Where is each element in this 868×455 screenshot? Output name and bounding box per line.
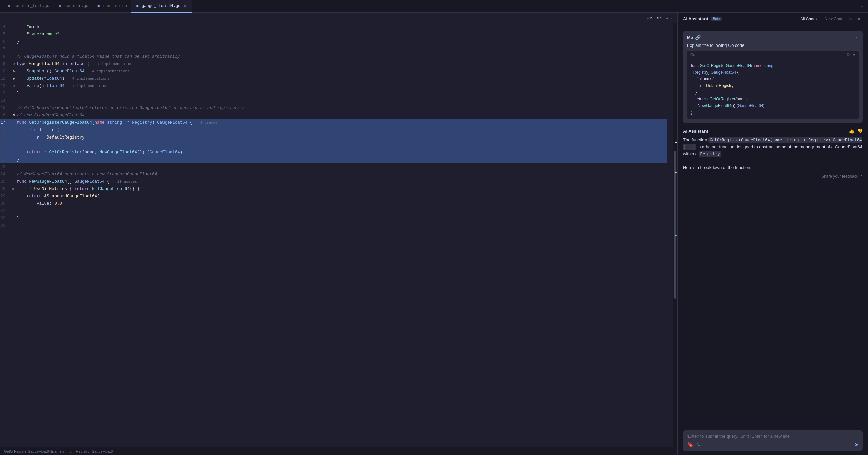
line-content: value: 0.0, (17, 200, 667, 207)
table-row: 22 } (0, 156, 667, 163)
chat-area: Me 🔗 ⋯ Explain the following Go code: Go… (678, 25, 868, 426)
copy-icon[interactable]: ⧉ (847, 52, 850, 57)
warning-bar: ⚠ 5 ⚑ 4 ∧ ∨ (0, 13, 677, 23)
line-number: 32 (0, 215, 11, 222)
line-number: 6 (0, 38, 11, 46)
line-number: 18 (0, 126, 11, 134)
go-file-icon: ◉ (96, 4, 101, 8)
code-content: 4 "math" 5 "sync/atomic" 6 } (0, 23, 677, 447)
table-row: 26 ▶ if UseNilMetrics { return NilGaugeF… (0, 185, 667, 193)
table-row: 11 ⊙ Update(float64) 4 implementations (0, 75, 667, 82)
line-content: "math" (17, 23, 667, 31)
fold-icon[interactable]: ▶ (11, 185, 17, 193)
line-number: 13 (0, 90, 11, 97)
table-row: 25 func NewGaugeFloat64() GaugeFloat64 {… (0, 178, 667, 185)
main-area: ⚠ 5 ⚑ 4 ∧ ∨ 4 "math" (0, 13, 868, 455)
scroll-thumb[interactable] (674, 151, 676, 299)
line-content: Update(float64) 4 implementations (17, 75, 667, 82)
tab-label: runtime.go (103, 4, 127, 8)
line-content: r = DefaultRegistry (17, 134, 667, 141)
input-placeholder: 'Enter' to submit the query, 'Shift+Ente… (687, 433, 859, 438)
go-file-icon: ◉ (135, 4, 140, 8)
code-block-content: func GetOrRegisterGaugeFloat64(name stri… (687, 59, 859, 119)
table-row: 15 // GetOrRegisterGaugeFloat64 returns … (0, 104, 667, 112)
table-row: 33 (0, 222, 667, 230)
line-content: return r.GetOrRegister(name, NewGaugeFlo… (17, 149, 667, 156)
table-row: 32 } (0, 215, 667, 222)
format-icon[interactable]: ≡ (852, 52, 855, 57)
table-row: 6 } (0, 38, 667, 46)
warning-indicator (675, 172, 677, 173)
line-content: Snapshot() GaugeFloat64 4 implementation… (17, 68, 667, 75)
more-tabs-button[interactable]: ⋯ (857, 2, 865, 11)
line-number: 8 (0, 53, 11, 60)
table-row: 13 } (0, 90, 667, 97)
next-arrow[interactable]: ∨ (670, 16, 673, 21)
tab-counter[interactable]: ◉ counter.go (54, 0, 92, 13)
line-content: if UseNilMetrics { return NilGaugeFloat6… (17, 185, 667, 193)
input-actions: 🔖 🗂 ➤ (687, 441, 859, 448)
tab-runtime[interactable]: ◉ runtime.go (92, 0, 131, 13)
line-content: // GetOrRegisterGaugeFloat64 returns an … (17, 104, 667, 112)
line-number: 33 (0, 222, 11, 230)
table-row: 23 (0, 163, 667, 171)
selection-indicator (675, 235, 677, 236)
code-block-actions: ⧉ ≡ (847, 52, 855, 57)
warning-icon: ⚑ (11, 112, 17, 119)
error-count: 5 (650, 16, 653, 20)
code-block: Go ⧉ ≡ func GetOrRegisterGaugeFloat64(na… (687, 51, 859, 119)
status-bar: GetOrRegisterGaugeFloat64(name string, r… (0, 447, 677, 455)
new-chat-button[interactable]: New Chat (821, 16, 846, 23)
ai-header-actions: All Chats New Chat ⋯ ✕ (797, 15, 863, 23)
line-content: // new StandardGaugeFloat64. (17, 112, 667, 119)
table-row: 8 // GaugeFloat64s hold a float64 value … (0, 53, 667, 60)
line-content: } (17, 156, 667, 163)
line-number: 12 (0, 82, 11, 90)
table-row: 4 "math" (0, 23, 667, 31)
all-chats-button[interactable]: All Chats (797, 16, 820, 23)
line-number: 11 (0, 75, 11, 82)
line-number: 7 (0, 46, 11, 53)
line-content: type GaugeFloat64 interface { 4 implemen… (17, 60, 667, 68)
error-icon: ⚠ (647, 16, 649, 21)
line-content (17, 222, 667, 230)
close-panel-icon[interactable]: ✕ (855, 15, 863, 23)
tab-gauge-float64[interactable]: ◉ gauge_float64.go ✕ (131, 0, 192, 13)
message-menu-icon[interactable]: ⋯ (854, 35, 859, 40)
database-icon[interactable]: 🗂 (696, 442, 702, 448)
thumbs-up-icon[interactable]: 👍 (848, 128, 854, 134)
chat-input-box[interactable]: 'Enter' to submit the query, 'Shift+Ente… (683, 430, 863, 451)
tab-close-button[interactable]: ✕ (182, 3, 188, 9)
ai-panel: AI Assistant Beta All Chats New Chat ⋯ ✕… (677, 13, 868, 455)
more-options-icon[interactable]: ⋯ (847, 15, 854, 23)
line-content: } (17, 90, 667, 97)
line-icon: ⊙ (11, 68, 17, 75)
table-row: 21 return r.GetOrRegister(name, NewGauge… (0, 149, 667, 156)
thumbs-down-icon[interactable]: 👎 (857, 128, 863, 134)
prev-arrow[interactable]: ∧ (665, 16, 669, 21)
bookmark-icon[interactable]: 🔖 (687, 441, 694, 448)
line-number: 19 (0, 134, 11, 141)
scrollbar[interactable] (673, 23, 677, 447)
feedback-link[interactable]: Share your feedback ↗ (683, 174, 863, 179)
line-content: Value() float64 4 implementations (17, 82, 667, 90)
ai-message-text: The function GetOrRegisterGaugeFloat64(n… (683, 136, 863, 171)
line-number: 26 (0, 185, 11, 193)
code-lang: Go (690, 53, 695, 57)
table-row: 20 } (0, 141, 667, 149)
tab-label: gauge_float64.go (142, 4, 180, 8)
error-badge: ⚠ 5 (647, 16, 652, 21)
send-button[interactable]: ➤ (854, 441, 859, 448)
table-row: 17 func GetOrRegisterGaugeFloat64(name s… (0, 119, 667, 126)
table-row: 7 (0, 46, 667, 53)
user-message: Me 🔗 ⋯ Explain the following Go code: Go… (683, 31, 863, 123)
line-number: 22 (0, 156, 11, 163)
line-number: 20 (0, 141, 11, 149)
message-author: Me (687, 35, 693, 40)
line-number: 17 (0, 119, 11, 126)
warning-icon: ⚑ (656, 16, 659, 21)
tab-counter-test[interactable]: ◉ counter_test.go (3, 0, 54, 13)
code-editor: ⚠ 5 ⚑ 4 ∧ ∨ 4 "math" (0, 13, 677, 455)
line-number: 15 (0, 104, 11, 112)
line-number: 4 (0, 23, 11, 31)
